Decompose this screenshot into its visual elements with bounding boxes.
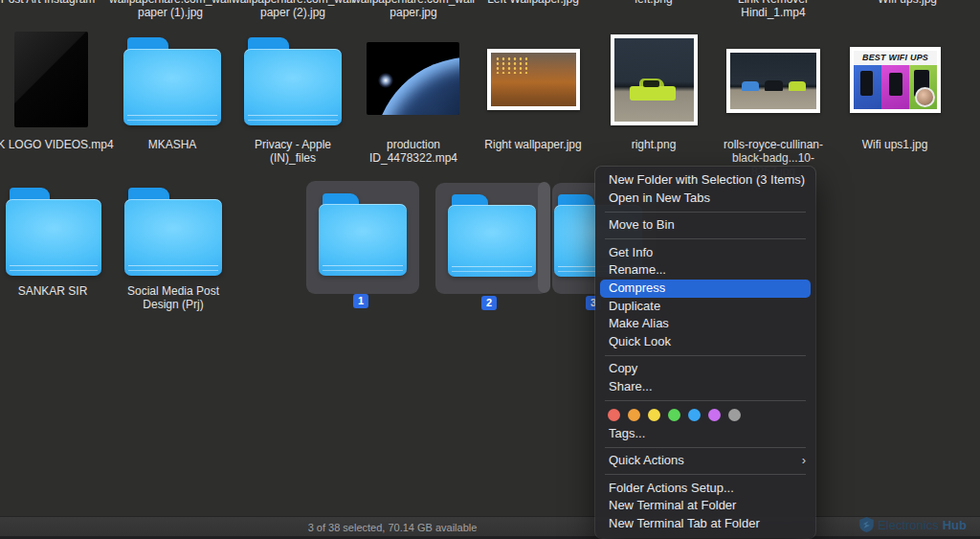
menu-separator [605,355,806,356]
menu-item-get-info[interactable]: Get Info [595,244,815,262]
selected-folder-name[interactable]: 1 [353,294,368,308]
menu-item-copy[interactable]: Copy [595,360,815,378]
file-label[interactable]: Post Art Instagram [0,0,111,6]
file-label[interactable]: wallpaperflare.com_wallpaper (2).jpg [230,0,356,19]
file-label[interactable]: wallpaperflare.com_wallpaper.jpg [350,0,477,19]
selected-folder-1[interactable] [306,181,419,294]
tag-color-dot[interactable] [688,409,701,421]
image-thumbnail-green-car[interactable] [611,34,698,125]
image-thumbnail-orange-wallpaper[interactable] [487,49,580,110]
file-label[interactable]: Link RemoverHindi_1.mp4 [710,0,836,19]
menu-item-make-alias[interactable]: Make Alias [595,315,815,333]
menu-item-duplicate[interactable]: Duplicate [595,298,815,316]
finder-window: Post Art Instagram wallpaperflare.com_wa… [0,0,980,539]
folder-icon [448,194,536,277]
shield-icon [859,517,874,532]
file-label[interactable]: MKASHA [109,138,235,151]
image-thumbnail-wifi-ups[interactable]: BEST WIFI UPS [850,47,941,113]
menu-item-new-folder-with-selection[interactable]: New Folder with Selection (3 Items) [595,171,815,190]
menu-item-share[interactable]: Share... [595,378,815,396]
context-menu: New Folder with Selection (3 Items) Open… [595,167,815,538]
folder-icon[interactable] [124,188,222,276]
menu-item-new-terminal-at-folder[interactable]: New Terminal at Folder [595,497,815,515]
menu-item-folder-actions-setup[interactable]: Folder Actions Setup... [595,480,815,498]
status-text: 3 of 38 selected, 70.14 GB available [282,522,502,533]
file-label[interactable]: productionID_4478322.mp4 [350,138,477,165]
watermark-brand: Electronics [878,518,939,532]
menu-item-compress[interactable]: Compress [600,280,811,298]
menu-separator [605,212,806,213]
menu-item-rename[interactable]: Rename... [595,261,815,280]
folder-icon[interactable] [244,37,342,125]
file-label[interactable]: right.png [590,138,717,151]
tag-color-row [595,406,815,425]
submenu-chevron-icon: › [802,452,806,470]
file-label[interactable]: Right wallpaper.jpg [470,138,596,151]
selected-folder-3-edge [538,182,550,293]
file-label[interactable]: wallpaperflare.com_wallpaper (1).jpg [107,0,234,19]
menu-separator [605,238,806,239]
avatar [915,87,935,107]
video-thumbnail-earth[interactable] [367,42,459,115]
menu-item-tags[interactable]: Tags... [595,425,815,443]
selected-folder-2[interactable] [435,183,548,294]
image-thumbnail-rolls-royce[interactable] [726,49,820,113]
thumbnail-banner-text: BEST WIFI UPS [854,51,937,65]
tag-color-dot[interactable] [628,409,640,421]
file-label[interactable]: Privacy - Apple(IN)_files [230,138,356,165]
menu-separator [605,400,806,401]
file-label[interactable]: MK LOGO VIDEOS.mp4 [0,138,114,151]
electronicshub-watermark: Electronics Hub [859,517,967,532]
file-label[interactable]: Wifi ups.jpg [844,0,970,6]
folder-icon[interactable] [6,188,101,276]
tag-color-dot[interactable] [708,409,721,421]
file-label[interactable]: Wifi ups1.jpg [832,138,958,151]
file-label[interactable]: SANKAR SIR [0,284,116,298]
folder-icon [319,193,407,276]
watermark-suffix: Hub [943,518,967,532]
video-file-icon[interactable] [14,32,88,127]
menu-separator [605,474,806,475]
file-label[interactable]: left.png [590,0,717,6]
file-label[interactable]: Left Wallpaper.jpg [470,0,596,6]
file-label[interactable]: Social Media PostDesign (Prj) [110,284,236,311]
menu-item-quick-actions[interactable]: Quick Actions › [595,452,815,470]
folder-icon[interactable] [123,37,221,125]
menu-item-quick-look[interactable]: Quick Look [595,333,815,351]
menu-item-open-in-new-tabs[interactable]: Open in New Tabs [595,190,815,208]
tag-color-dot[interactable] [668,409,680,421]
menu-item-move-to-bin[interactable]: Move to Bin [595,216,815,235]
tag-color-dot[interactable] [648,409,660,421]
selected-folder-name[interactable]: 2 [481,296,497,310]
tag-color-dot[interactable] [728,409,741,421]
menu-item-new-terminal-tab-at-folder[interactable]: New Terminal Tab at Folder [595,515,815,533]
tag-color-dot[interactable] [608,409,620,421]
menu-separator [605,447,806,448]
